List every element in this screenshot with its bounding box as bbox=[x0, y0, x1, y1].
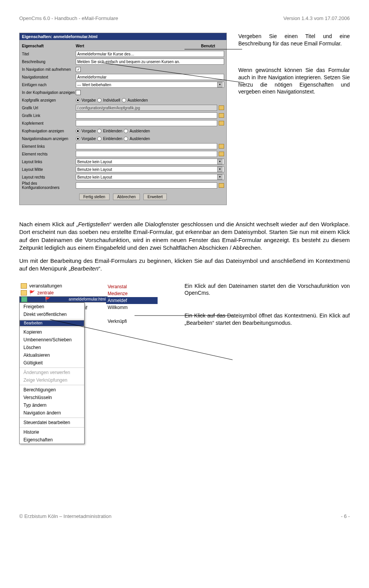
header-right: Version 1.4.3 vom 17.07.2006 bbox=[283, 15, 350, 21]
menu-item-history[interactable]: Historie bbox=[20, 428, 84, 436]
titles-column: Veranstal Medienze Anmeldef Willkomm Ver… bbox=[108, 282, 158, 444]
finish-button[interactable]: Fertig stellen bbox=[79, 194, 110, 200]
layout-mitte-select[interactable]: Benutze kein Layout▾ bbox=[76, 166, 224, 172]
chevron-down-icon: ▾ bbox=[217, 167, 223, 172]
radio-individuell[interactable] bbox=[97, 98, 101, 102]
menu-item-copy[interactable]: Kopieren bbox=[20, 328, 84, 336]
body-text: Nach einem Klick auf „Fertigstellen“ wer… bbox=[19, 220, 350, 273]
header-left: OpenCms 6.0 - Handbuch - eMail-Formulare bbox=[19, 15, 118, 21]
radio-vorgabe[interactable] bbox=[76, 98, 80, 102]
list-item-selected[interactable]: 🚩anmeldeformular.html bbox=[19, 296, 108, 302]
menu-item-controlfile[interactable]: Steuerdatei bearbeiten bbox=[20, 419, 84, 426]
config-path-input[interactable] bbox=[76, 182, 217, 189]
properties-dialog: Eigenschaften: anmeldeformular.html Eige… bbox=[19, 33, 227, 205]
context-menu: Freigeben Direkt veröffentlichen if Bear… bbox=[19, 302, 85, 444]
description-input[interactable] bbox=[76, 58, 224, 65]
nav-checkbox[interactable]: ✓ bbox=[76, 67, 81, 72]
layout-links-select[interactable]: Benutze kein Layout▾ bbox=[76, 159, 224, 165]
chevron-down-icon: ▾ bbox=[217, 82, 223, 87]
dialog-titlebar: Eigenschaften: anmeldeformular.html bbox=[20, 33, 226, 40]
menu-item-refresh[interactable]: Aktualisieren bbox=[20, 351, 84, 359]
menu-item-edit[interactable]: Bearbeiten bbox=[20, 320, 84, 326]
kopfelement-input[interactable] bbox=[76, 120, 217, 126]
menu-item-permissions[interactable]: Berechtigungen bbox=[20, 386, 84, 394]
grafik-url-input[interactable] bbox=[76, 105, 217, 111]
folder-icon[interactable] bbox=[219, 144, 224, 149]
kopfnav-checkbox[interactable] bbox=[76, 90, 81, 95]
folder-icon bbox=[21, 290, 27, 296]
navtext-input[interactable] bbox=[76, 74, 224, 80]
footer-left: © Erzbistum Köln – Internetadministratio… bbox=[19, 513, 111, 519]
dialog-column-header: Eigenschaft Wert Benutzt bbox=[22, 42, 224, 50]
layout-rechts-select[interactable]: Benutze kein Layout▾ bbox=[76, 174, 224, 180]
mid-callout-1: Ein Klick auf den Dateinamen startet den… bbox=[184, 282, 350, 297]
chevron-down-icon: ▾ bbox=[217, 174, 223, 180]
lock-icon: 🚩 bbox=[45, 297, 51, 302]
callout-1: Vergeben Sie einen Titel und eine Beschr… bbox=[238, 33, 350, 47]
menu-item-discard: Änderungen verwerfen bbox=[20, 369, 84, 376]
page-header: OpenCms 6.0 - Handbuch - eMail-Formulare… bbox=[19, 15, 350, 21]
folder-icon[interactable] bbox=[219, 183, 224, 188]
folder-icon[interactable] bbox=[219, 113, 224, 118]
menu-item-publish[interactable]: Direkt veröffentlichen bbox=[20, 311, 84, 318]
grafik-link-input[interactable] bbox=[76, 112, 217, 119]
navbaum-radio-group[interactable]: Vorgabe Einblenden Ausblenden bbox=[76, 137, 150, 141]
folder-icon[interactable] bbox=[219, 105, 224, 110]
callout-2: Wenn gewünscht können Sie das Formular a… bbox=[238, 67, 350, 96]
page-footer: © Erzbistum Köln – Internetadministratio… bbox=[19, 513, 350, 519]
menu-item-properties[interactable]: Eigenschaften bbox=[20, 436, 84, 444]
folder-icon[interactable] bbox=[219, 152, 224, 156]
menu-item-delete[interactable]: Löschen bbox=[20, 344, 84, 351]
folder-icon[interactable] bbox=[219, 121, 224, 125]
menu-item-validity[interactable]: Gültigkeit bbox=[20, 359, 84, 367]
advanced-button[interactable]: Erweitert bbox=[143, 194, 167, 200]
chevron-down-icon: ▾ bbox=[217, 159, 223, 164]
cancel-button[interactable]: Abbrechen bbox=[113, 194, 140, 200]
element-rechts-input[interactable] bbox=[76, 151, 217, 157]
insert-after-select[interactable]: --- Wert beibehalten▾ bbox=[76, 82, 224, 88]
list-item[interactable]: veranstaltungen bbox=[19, 282, 108, 289]
menu-item-encrypt[interactable]: Verschlüsseln bbox=[20, 394, 84, 401]
folder-icon bbox=[21, 283, 27, 289]
kopfgrafik-radio-group[interactable]: Vorgabe Individuell Ausblenden bbox=[76, 98, 148, 102]
menu-item-changenav[interactable]: Navigation ändern bbox=[20, 409, 84, 417]
list-item[interactable]: 🚩zentrale bbox=[19, 289, 108, 296]
lock-icon: 🚩 bbox=[29, 290, 35, 296]
menu-item-links: Zeige Verknüpfungen bbox=[20, 376, 84, 384]
footer-right: - 6 - bbox=[341, 513, 350, 519]
title-input[interactable] bbox=[76, 51, 224, 57]
menu-item-rename[interactable]: Umbenennen/Schieben bbox=[20, 336, 84, 344]
radio-ausblenden[interactable] bbox=[122, 98, 126, 102]
mid-callout-2: Ein Klick auf das Dateisymbol öffnet das… bbox=[184, 312, 350, 327]
explorer-list: veranstaltungen 🚩zentrale 🚩anmeldeformul… bbox=[19, 282, 108, 302]
kopfnav-radio-group[interactable]: Vorgabe Einblenden Ausblenden bbox=[76, 129, 150, 133]
form-file-icon bbox=[21, 297, 27, 302]
element-links-input[interactable] bbox=[76, 143, 217, 149]
menu-item-freigeben[interactable]: Freigeben bbox=[20, 303, 84, 311]
menu-item-changetype[interactable]: Typ ändern bbox=[20, 401, 84, 409]
